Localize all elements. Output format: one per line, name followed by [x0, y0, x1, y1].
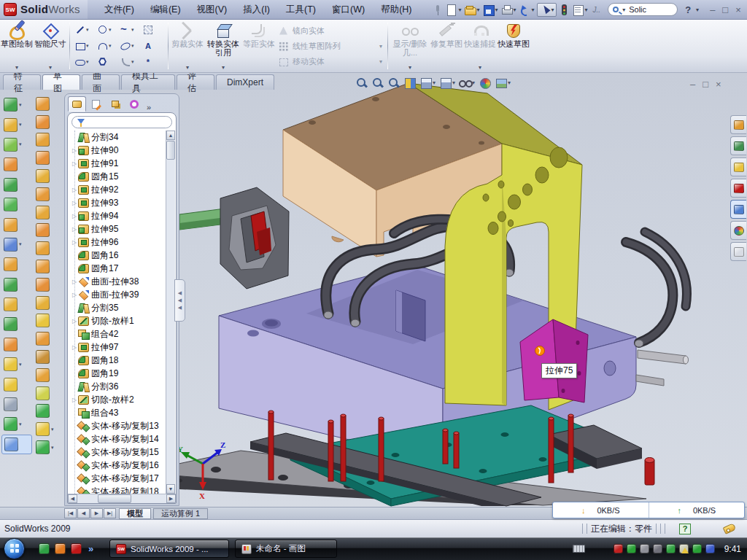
tab-模具工具[interactable]: 模具工具: [121, 74, 175, 90]
tree-item[interactable]: 圆角15: [71, 170, 166, 183]
dropdown-caret[interactable]: ▾: [86, 43, 89, 49]
features-tool-9[interactable]: [1, 254, 32, 274]
tab-nav-3[interactable]: ▶: [90, 508, 103, 518]
mold-tool-11[interactable]: [34, 276, 64, 294]
features-tool-17[interactable]: ▾: [1, 414, 32, 434]
features-tool-12[interactable]: [1, 314, 32, 334]
dropdown-caret[interactable]: ▾: [508, 79, 511, 86]
features-tool-3[interactable]: ▾: [1, 135, 32, 155]
tab-DimXpert[interactable]: DimXpert: [216, 74, 274, 90]
tree-item[interactable]: ▷拉伸90: [71, 144, 166, 157]
tree-item[interactable]: 圆角17: [71, 262, 166, 275]
print-icon[interactable]: [500, 4, 513, 16]
expander-icon[interactable]: ▷: [71, 187, 78, 193]
features-tool-15[interactable]: [1, 374, 32, 394]
tree-item[interactable]: ▷切除-放样2: [71, 393, 166, 406]
features-tool-18[interactable]: [1, 435, 32, 454]
hide-show-button[interactable]: ▾: [459, 77, 475, 89]
tree-item[interactable]: 圆角19: [71, 367, 166, 380]
tree-item[interactable]: 组合42: [71, 327, 166, 341]
features-tool-4[interactable]: [1, 155, 32, 174]
features-tool-2[interactable]: ▾: [1, 114, 32, 134]
keyboard-layout-icon[interactable]: [573, 545, 585, 553]
mold-tool-16[interactable]: [34, 366, 64, 384]
save-icon[interactable]: [482, 4, 495, 16]
open-file-icon[interactable]: [464, 4, 476, 16]
zoom-magnify-button[interactable]: [387, 77, 400, 89]
spline-tool[interactable]: ▾: [119, 22, 142, 38]
quick-launch-chevron[interactable]: »: [88, 543, 93, 554]
tab-nav-4[interactable]: ▶|: [104, 508, 116, 518]
file-explorer-tab[interactable]: [730, 158, 746, 176]
dropdown-caret[interactable]: ▾: [131, 59, 134, 65]
mold-tool-2[interactable]: [34, 113, 64, 131]
volume-tray[interactable]: [653, 544, 662, 553]
mold-tool-1[interactable]: [34, 95, 64, 113]
tree-item[interactable]: ▷拉伸94: [71, 209, 166, 222]
search-box[interactable]: ▾: [608, 3, 678, 16]
dropdown-caret[interactable]: ▾: [495, 7, 498, 13]
undo-icon[interactable]: [519, 4, 531, 16]
dropdown-caret[interactable]: ▾: [19, 102, 22, 108]
tree-item[interactable]: ▷拉伸97: [71, 341, 166, 354]
dropdown-caret[interactable]: ▾: [86, 59, 89, 65]
sketch-button[interactable]: 草图绘制▾: [0, 20, 34, 72]
menu-帮助(H)[interactable]: 帮助(H): [374, 1, 418, 18]
tree-item[interactable]: 分割34: [71, 131, 166, 144]
tab-特征[interactable]: 特征: [3, 74, 41, 90]
appearances-tab[interactable]: [730, 221, 746, 240]
expander-icon[interactable]: ▷: [71, 239, 78, 246]
features-tool-8[interactable]: ▾: [1, 235, 32, 254]
mold-tool-17[interactable]: [34, 384, 64, 402]
dropdown-caret[interactable]: ▾: [109, 27, 112, 33]
dropdown-caret[interactable]: ▾: [86, 27, 89, 33]
sketch-fillet-tool[interactable]: ▾: [119, 54, 142, 70]
tab-曲面[interactable]: 曲面: [82, 74, 120, 90]
select-tool-button[interactable]: ▾: [537, 3, 557, 17]
options-icon[interactable]: [572, 4, 584, 16]
tree-item[interactable]: ▷曲面-拉伸39: [71, 288, 166, 301]
scroll-left-button[interactable]: ◀: [68, 494, 77, 503]
menu-插入(I)[interactable]: 插入(I): [236, 1, 276, 18]
mold-tool-15[interactable]: [34, 348, 64, 366]
expander-icon[interactable]: ▷: [71, 200, 78, 206]
custom-properties-tab[interactable]: [730, 242, 746, 261]
model-locating-pin[interactable]: [645, 458, 654, 486]
polygon-tool[interactable]: [96, 54, 119, 70]
network-warning-tray[interactable]: [679, 544, 689, 553]
new-file-icon[interactable]: [445, 4, 457, 16]
tree-item[interactable]: 实体-移动/复制18: [71, 485, 166, 494]
tree-item[interactable]: 组合43: [71, 406, 166, 419]
tab-草图[interactable]: 草图: [42, 74, 80, 90]
text-tool[interactable]: A: [142, 38, 164, 54]
expander-icon[interactable]: ▷: [71, 213, 78, 219]
tree-horizontal-scrollbar[interactable]: ◀ ▶: [68, 494, 176, 503]
tree-item[interactable]: 实体-移动/复制13: [71, 419, 166, 432]
point-tool[interactable]: *: [142, 54, 164, 70]
features-tool-1[interactable]: ▾: [1, 95, 32, 114]
taskbar-button-paint[interactable]: 未命名 - 画图: [235, 540, 337, 558]
pin-icon[interactable]: [431, 4, 444, 16]
tab-评估[interactable]: 评估: [177, 74, 214, 90]
media-quicklaunch[interactable]: [55, 543, 66, 554]
tree-item[interactable]: 实体-移动/复制17: [71, 472, 166, 485]
mold-tool-18[interactable]: [34, 402, 64, 421]
dropdown-caret[interactable]: ▾: [514, 7, 516, 13]
tree-item[interactable]: 分割35: [71, 301, 166, 314]
help-caret[interactable]: ▾: [696, 7, 699, 13]
mold-tool-6[interactable]: [34, 185, 64, 203]
repair-sketch-button[interactable]: 修复草图: [430, 20, 463, 72]
section-view-button[interactable]: [403, 77, 416, 89]
scroll-thumb[interactable]: [98, 494, 131, 503]
expander-icon[interactable]: ▷: [71, 292, 78, 298]
features-tool-13[interactable]: [1, 335, 32, 354]
edit-appearance-button[interactable]: [479, 77, 491, 89]
features-tool-14[interactable]: ▾: [1, 354, 32, 374]
dropdown-caret[interactable]: ▾: [379, 43, 382, 50]
circle-tool[interactable]: ▾: [96, 22, 119, 38]
features-tool-10[interactable]: [1, 275, 32, 295]
dropdown-caret[interactable]: ▾: [51, 445, 54, 451]
dropdown-caret[interactable]: ▾: [19, 122, 22, 128]
graphics-viewport[interactable]: Y Z X: [179, 73, 732, 507]
help-button[interactable]: ?: [685, 4, 691, 15]
